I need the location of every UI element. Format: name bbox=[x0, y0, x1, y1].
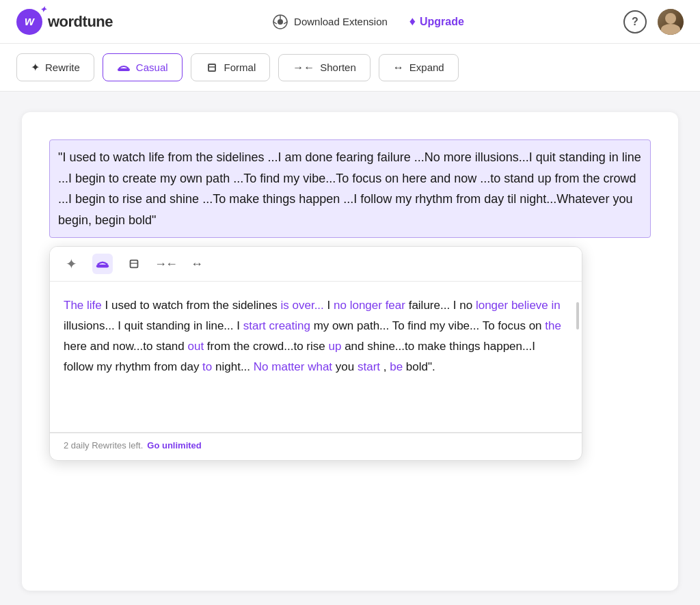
suggestion-text-11: , bbox=[383, 360, 390, 373]
suggestion-text-7: from the crowd...to rise bbox=[207, 340, 329, 353]
selected-text-content: "I used to watch life from the sidelines… bbox=[58, 150, 641, 227]
svg-rect-9 bbox=[131, 260, 138, 268]
main-content: "I used to watch life from the sidelines… bbox=[0, 92, 700, 605]
suggestion-word-out: out bbox=[187, 340, 204, 353]
sparkle-tool-icon[interactable]: ✦ bbox=[61, 254, 81, 274]
svg-point-1 bbox=[278, 19, 283, 25]
chrome-icon bbox=[272, 14, 288, 30]
editor-text-block: "I used to watch life from the sidelines… bbox=[49, 139, 651, 238]
logo-letter: w bbox=[25, 14, 34, 29]
selected-text[interactable]: "I used to watch life from the sidelines… bbox=[49, 139, 651, 238]
formal-label: Formal bbox=[224, 62, 256, 73]
avatar-image bbox=[658, 9, 684, 35]
shorten-tool-icon[interactable]: →← bbox=[155, 254, 176, 274]
casual-tool-icon[interactable] bbox=[92, 254, 113, 274]
editor-container: "I used to watch life from the sidelines… bbox=[22, 112, 678, 591]
suggestion-word-be: be bbox=[390, 360, 403, 373]
suggestion-text-9: night... bbox=[215, 360, 250, 373]
suggestion-text-1: I used to watch from the sidelines bbox=[105, 299, 280, 312]
suggestion-word-start-creating: start creating bbox=[243, 319, 310, 332]
expand-button[interactable]: ↔ Expand bbox=[379, 54, 459, 81]
expand-tool-icon[interactable]: ↔ bbox=[187, 254, 207, 274]
suggestion-text-2: I bbox=[327, 299, 334, 312]
suggestion-word-is-over: is over... bbox=[281, 299, 324, 312]
suggestion-text-12: bold". bbox=[406, 360, 435, 373]
expand-icon: ↔ bbox=[393, 62, 404, 74]
download-extension-btn[interactable]: Download Extension bbox=[272, 14, 388, 30]
header: w ✦ wordtune Download Extension ♦ Upgrad… bbox=[0, 0, 700, 44]
suggestion-word-longer-believe: longer believe in bbox=[476, 299, 561, 312]
suggestion-text-10: you bbox=[336, 360, 358, 373]
daily-rewrites-text: 2 daily Rewrites left. bbox=[64, 440, 143, 451]
formal-icon bbox=[205, 61, 219, 74]
toolbar: ✦ Rewrite Casual Formal →← Shorten ↔ Exp… bbox=[0, 44, 700, 92]
suggestion-word-no-longer-fear: no longer fear bbox=[334, 299, 405, 312]
suggestion-word-start: start bbox=[358, 360, 380, 373]
svg-rect-5 bbox=[118, 68, 130, 71]
suggestion-word-the: the bbox=[545, 319, 561, 332]
help-button[interactable]: ? bbox=[623, 10, 647, 33]
rewrite-label: Rewrite bbox=[45, 62, 80, 73]
suggestion-content: The life I used to watch from the sideli… bbox=[50, 282, 582, 432]
scrollbar[interactable] bbox=[576, 302, 579, 330]
suggestion-popup: ✦ →← ↔ bbox=[49, 246, 582, 461]
svg-rect-6 bbox=[208, 64, 215, 71]
shorten-button[interactable]: →← Shorten bbox=[278, 54, 371, 81]
expand-label: Expand bbox=[409, 62, 444, 73]
suggestion-text-4: illusions... I quit standing in line... … bbox=[64, 319, 243, 332]
suggestion-word-up: up bbox=[328, 340, 341, 353]
suggestion-text-5: my own path... To find my vibe... To foc… bbox=[314, 319, 546, 332]
suggestion-word-no-matter-what: No matter what bbox=[254, 360, 332, 373]
upgrade-label: Upgrade bbox=[420, 16, 464, 28]
download-extension-label: Download Extension bbox=[294, 16, 388, 27]
diamond-icon: ♦ bbox=[409, 14, 416, 29]
shorten-label: Shorten bbox=[320, 62, 356, 73]
go-unlimited-link[interactable]: Go unlimited bbox=[147, 440, 201, 451]
upgrade-button[interactable]: ♦ Upgrade bbox=[409, 14, 464, 29]
avatar[interactable] bbox=[658, 9, 684, 35]
wordtune-logo-icon: w ✦ bbox=[16, 9, 42, 35]
logo-area: w ✦ wordtune bbox=[16, 9, 113, 35]
casual-label: Casual bbox=[136, 62, 168, 73]
logo-text: wordtune bbox=[48, 13, 113, 31]
header-center: Download Extension ♦ Upgrade bbox=[272, 14, 464, 30]
suggestion-word-the-life: The life bbox=[64, 299, 102, 312]
shorten-icon: →← bbox=[293, 62, 314, 74]
header-right: ? bbox=[623, 9, 684, 35]
help-label: ? bbox=[632, 16, 638, 28]
formal-tool-icon[interactable] bbox=[124, 254, 144, 274]
suggestion-word-to: to bbox=[202, 360, 212, 373]
logo-sparkle: ✦ bbox=[40, 5, 46, 14]
suggestion-text-6: here and now...to stand bbox=[64, 340, 187, 353]
popup-toolbar: ✦ →← ↔ bbox=[50, 247, 582, 282]
formal-button[interactable]: Formal bbox=[191, 53, 271, 81]
suggestion-footer: 2 daily Rewrites left. Go unlimited bbox=[50, 433, 582, 460]
rewrite-button[interactable]: ✦ Rewrite bbox=[16, 53, 94, 81]
suggestion-text-3: failure... I no bbox=[409, 299, 476, 312]
casual-icon bbox=[117, 61, 131, 74]
casual-button[interactable]: Casual bbox=[103, 53, 183, 81]
svg-rect-8 bbox=[96, 265, 109, 268]
rewrite-icon: ✦ bbox=[31, 61, 40, 74]
